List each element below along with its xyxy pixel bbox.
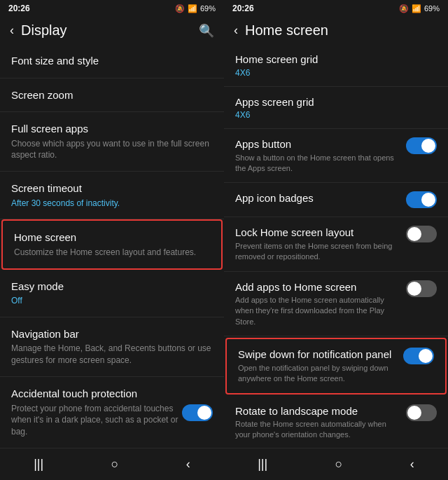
left-signal-icon: 📶 bbox=[188, 4, 197, 13]
right-nav-recents[interactable]: ||| bbox=[249, 454, 276, 474]
right-item-swipe-notification[interactable]: Swipe down for notification panel Open t… bbox=[225, 338, 447, 394]
left-item-easy-mode[interactable]: Easy mode Off bbox=[0, 270, 224, 317]
right-item-add-apps-toggle[interactable] bbox=[406, 280, 437, 297]
right-item-apps-button-title: Apps button bbox=[235, 138, 291, 150]
right-item-apps-button-text: Apps button Show a button on the Home sc… bbox=[235, 137, 400, 174]
right-item-lock-layout-toggle[interactable] bbox=[406, 226, 437, 242]
right-item-rotate-landscape-row: Rotate to landscape mode Rotate the Home… bbox=[235, 404, 437, 441]
right-item-lock-layout-toggle-thumb bbox=[407, 227, 421, 241]
left-item-home-screen-title: Home screen bbox=[14, 231, 76, 243]
left-item-easy-mode-subtitle: Off bbox=[11, 295, 213, 307]
left-nav-home[interactable]: ○ bbox=[103, 454, 127, 474]
left-back-icon[interactable]: ‹ bbox=[10, 23, 14, 38]
left-item-easy-mode-title: Easy mode bbox=[11, 280, 64, 292]
right-item-apps-button[interactable]: Apps button Show a button on the Home sc… bbox=[224, 129, 448, 183]
right-nav-bar: ||| ○ ‹ bbox=[224, 448, 448, 480]
right-item-lock-layout[interactable]: Lock Home screen layout Prevent items on… bbox=[224, 217, 448, 271]
left-top-bar: ‹ Display 🔍 bbox=[0, 17, 224, 44]
right-item-rotate-landscape-toggle-thumb bbox=[407, 406, 421, 420]
left-nav-bar: ||| ○ ‹ bbox=[0, 448, 224, 480]
left-item-nav-bar-title: Navigation bar bbox=[11, 328, 79, 340]
right-item-apps-grid[interactable]: Apps screen grid 4X6 bbox=[224, 87, 448, 130]
left-top-bar-left: ‹ Display bbox=[10, 22, 67, 39]
right-item-rotate-landscape-text: Rotate to landscape mode Rotate the Home… bbox=[235, 404, 400, 441]
left-item-nav-bar[interactable]: Navigation bar Manage the Home, Back, an… bbox=[0, 317, 224, 377]
right-item-apps-button-toggle-thumb bbox=[421, 139, 435, 153]
right-item-add-apps-text: Add apps to Home screen Add apps to the … bbox=[235, 280, 400, 328]
right-back-icon[interactable]: ‹ bbox=[234, 23, 238, 38]
left-page-title: Display bbox=[21, 22, 67, 39]
right-notification-icon: 🔕 bbox=[399, 4, 409, 13]
right-status-bar: 20:26 🔕 📶 69% bbox=[224, 0, 448, 17]
right-top-bar-left: ‹ Home screen bbox=[234, 22, 328, 39]
right-item-lock-layout-row: Lock Home screen layout Prevent items on… bbox=[235, 226, 437, 262]
right-item-add-apps-title: Add apps to Home screen bbox=[235, 281, 356, 293]
right-item-swipe-notification-desc: Open the notification panel by swiping d… bbox=[238, 363, 398, 385]
left-item-accidental-touch-row: Accidental touch protection Protect your… bbox=[11, 387, 213, 438]
left-nav-recents[interactable]: ||| bbox=[25, 454, 52, 474]
left-item-nav-bar-subtitle: Manage the Home, Back, and Recents butto… bbox=[11, 343, 213, 366]
left-item-full-screen-title: Full screen apps bbox=[11, 123, 88, 135]
left-battery-text: 69% bbox=[200, 4, 216, 13]
right-status-icons: 🔕 📶 69% bbox=[399, 4, 440, 13]
left-status-time: 20:26 bbox=[8, 4, 30, 13]
right-nav-home[interactable]: ○ bbox=[327, 454, 351, 474]
left-item-full-screen[interactable]: Full screen apps Choose which apps you w… bbox=[0, 112, 224, 172]
right-item-lock-layout-text: Lock Home screen layout Prevent items on… bbox=[235, 226, 400, 262]
left-item-screen-timeout-title: Screen timeout bbox=[11, 182, 82, 194]
left-item-accidental-touch-subtitle: Protect your phone from accidental touch… bbox=[11, 403, 182, 438]
left-item-accidental-touch-title: Accidental touch protection bbox=[11, 388, 137, 399]
right-item-rotate-landscape-toggle[interactable] bbox=[406, 404, 437, 421]
right-item-add-apps-desc: Add apps to the Home screen automaticall… bbox=[235, 295, 400, 327]
right-status-time: 20:26 bbox=[232, 4, 254, 13]
right-item-lock-layout-title: Lock Home screen layout bbox=[235, 226, 354, 238]
right-nav-back[interactable]: ‹ bbox=[402, 454, 423, 474]
left-item-accidental-touch-toggle[interactable] bbox=[182, 404, 213, 421]
right-item-add-apps-row: Add apps to Home screen Add apps to the … bbox=[235, 280, 437, 328]
right-item-app-icon-badges[interactable]: App icon badges bbox=[224, 183, 448, 217]
right-item-apps-grid-title: Apps screen grid bbox=[235, 96, 314, 108]
left-item-full-screen-subtitle: Choose which apps you want to use in the… bbox=[11, 138, 213, 162]
right-item-add-apps[interactable]: Add apps to Home screen Add apps to the … bbox=[224, 272, 448, 337]
right-settings-list: Home screen grid 4X6 Apps screen grid 4X… bbox=[224, 44, 448, 448]
right-item-apps-button-row: Apps button Show a button on the Home sc… bbox=[235, 137, 437, 174]
left-item-screen-zoom[interactable]: Screen zoom bbox=[0, 78, 224, 113]
left-status-bar: 20:26 🔕 📶 69% bbox=[0, 0, 224, 17]
right-item-home-grid-value: 4X6 bbox=[235, 68, 437, 78]
left-item-screen-zoom-title: Screen zoom bbox=[11, 89, 73, 101]
right-item-app-icon-badges-toggle[interactable] bbox=[406, 191, 437, 208]
right-item-apps-button-desc: Show a button on the Home screen that op… bbox=[235, 153, 400, 174]
right-item-swipe-notification-toggle-thumb bbox=[419, 349, 433, 363]
right-item-apps-button-toggle[interactable] bbox=[406, 137, 437, 154]
right-top-bar: ‹ Home screen bbox=[224, 17, 448, 44]
left-settings-list: Font size and style Screen zoom Full scr… bbox=[0, 44, 224, 448]
right-item-app-icon-badges-text: App icon badges bbox=[235, 191, 400, 205]
right-item-home-grid[interactable]: Home screen grid 4X6 bbox=[224, 44, 448, 87]
left-item-accidental-touch-text: Accidental touch protection Protect your… bbox=[11, 387, 182, 438]
right-item-home-grid-title: Home screen grid bbox=[235, 53, 318, 65]
left-status-icons: 🔕 📶 69% bbox=[175, 4, 216, 13]
left-item-screen-timeout[interactable]: Screen timeout After 30 seconds of inact… bbox=[0, 172, 224, 219]
left-nav-back[interactable]: ‹ bbox=[178, 454, 199, 474]
right-item-rotate-landscape[interactable]: Rotate to landscape mode Rotate the Home… bbox=[224, 396, 448, 448]
right-item-lock-layout-desc: Prevent items on the Home screen from be… bbox=[235, 241, 400, 263]
right-item-rotate-landscape-desc: Rotate the Home screen automatically whe… bbox=[235, 419, 400, 441]
left-item-font-size-title: Font size and style bbox=[11, 55, 99, 67]
right-item-apps-grid-value: 4X6 bbox=[235, 110, 437, 120]
right-panel: 20:26 🔕 📶 69% ‹ Home screen Home screen … bbox=[224, 0, 448, 480]
right-item-swipe-notification-toggle[interactable] bbox=[403, 348, 434, 364]
left-item-accidental-touch[interactable]: Accidental touch protection Protect your… bbox=[0, 377, 224, 448]
left-item-font-size[interactable]: Font size and style bbox=[0, 44, 224, 78]
right-item-swipe-notification-title: Swipe down for notification panel bbox=[238, 348, 391, 360]
right-battery-text: 69% bbox=[424, 4, 440, 13]
left-search-icon[interactable]: 🔍 bbox=[199, 23, 214, 39]
left-item-home-screen[interactable]: Home screen Customize the Home screen la… bbox=[1, 219, 223, 269]
right-item-app-icon-badges-title: App icon badges bbox=[235, 192, 314, 204]
right-item-swipe-notification-text: Swipe down for notification panel Open t… bbox=[238, 348, 398, 384]
right-page-title: Home screen bbox=[245, 22, 328, 39]
right-item-app-icon-badges-toggle-thumb bbox=[421, 193, 435, 207]
right-item-add-apps-toggle-thumb bbox=[407, 282, 421, 296]
left-item-accidental-touch-toggle-thumb bbox=[197, 406, 211, 420]
right-item-app-icon-badges-row: App icon badges bbox=[235, 191, 437, 208]
left-panel: 20:26 🔕 📶 69% ‹ Display 🔍 Font size and … bbox=[0, 0, 224, 480]
